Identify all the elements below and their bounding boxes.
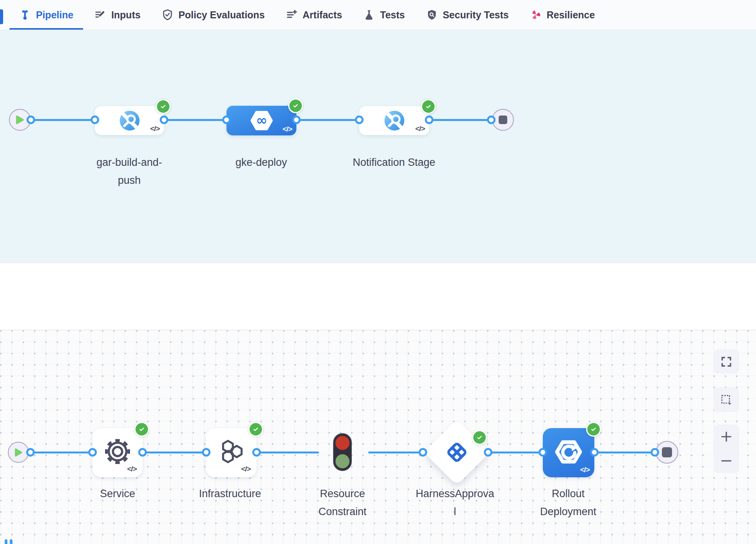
success-check-icon (288, 98, 303, 113)
tab-label: Security Tests (443, 9, 509, 21)
connector-dot (487, 116, 496, 124)
connector-dot (651, 448, 659, 457)
connector-line (368, 452, 423, 453)
code-badge: </> (415, 124, 425, 133)
success-check-icon (586, 422, 601, 437)
stop-icon (499, 116, 507, 124)
connector-dot (222, 116, 231, 124)
connector-line (488, 452, 543, 453)
tab-label: Policy Evaluations (178, 9, 265, 21)
code-badge: </> (150, 124, 160, 133)
connector-dot (590, 448, 599, 457)
code-badge: </> (580, 466, 590, 474)
connector-dot (202, 448, 210, 457)
step-node-resource-constraint[interactable] (333, 433, 352, 471)
connector-dot (355, 116, 364, 124)
tab-label: Pipeline (36, 9, 73, 21)
connector-line (143, 452, 206, 453)
step-label[interactable]: Rollout Deployment (525, 485, 611, 521)
gear-icon (103, 437, 132, 466)
traffic-red-light (335, 436, 349, 450)
pipeline-execution-page: Pipeline Inputs Policy Evaluations (0, 0, 756, 544)
connector-line (164, 119, 226, 121)
success-check-icon (248, 422, 263, 437)
success-check-icon (472, 430, 487, 445)
start-node (8, 442, 29, 463)
code-badge: </> (241, 465, 251, 473)
zoom-controls (713, 425, 739, 473)
play-icon (14, 448, 23, 457)
stage-node-notification-stage[interactable]: </> (359, 106, 429, 135)
zoom-in-icon[interactable] (720, 430, 733, 443)
deploy-stage-icon: ∞ (250, 108, 274, 133)
select-region-button[interactable] (713, 388, 739, 412)
tab-security-tests[interactable]: Security Tests (415, 0, 519, 30)
stage-detail-bar: gke-deploy Started at: 12/27/2023, 1:47:… (0, 263, 756, 330)
tab-bar: Pipeline Inputs Policy Evaluations (0, 0, 756, 30)
step-label[interactable]: Service (75, 485, 160, 503)
connector-dot (538, 448, 547, 457)
step-label[interactable]: Resource Constraint (300, 485, 385, 521)
connector-dot (425, 116, 433, 124)
step-label[interactable]: Infrastructure (187, 485, 273, 503)
code-badge: </> (127, 465, 137, 473)
custom-stage-icon (383, 110, 405, 132)
connector-dot (252, 448, 261, 457)
pipeline-icon (19, 9, 31, 21)
connector-line (257, 452, 319, 453)
connector-line (429, 119, 491, 121)
partial-node (5, 539, 7, 544)
execution-graph-canvas: </> </> (0, 330, 756, 544)
tab-label: Artifacts (303, 9, 342, 21)
tab-tests[interactable]: Tests (353, 0, 415, 30)
hexagons-icon (217, 437, 246, 466)
pinwheel-icon (530, 9, 542, 21)
tab-label: Inputs (111, 9, 141, 21)
flask-icon (363, 9, 375, 21)
rollout-icon (554, 437, 583, 467)
marquee-select-icon (720, 394, 733, 406)
code-badge: </> (283, 125, 292, 133)
list-plus-icon (286, 9, 298, 21)
approval-diamond-icon (443, 439, 471, 466)
success-check-icon (156, 99, 171, 114)
connector-line (31, 119, 95, 121)
connector-dot (27, 116, 35, 124)
stage-node-gar-build-and-push[interactable]: </> (95, 106, 164, 135)
stage-label[interactable]: gar-build-and-push (86, 153, 172, 189)
inputs-icon (94, 9, 106, 21)
step-node-infrastructure[interactable]: </> (206, 428, 257, 477)
stage-graph-canvas: </> ∞ </> </> (0, 30, 756, 263)
shield-search-icon (426, 9, 438, 21)
shield-check-icon (162, 9, 173, 21)
stage-label[interactable]: Notification Stage (351, 153, 437, 171)
fullscreen-button[interactable] (713, 349, 739, 374)
tab-resilience[interactable]: Resilience (519, 0, 606, 30)
connector-dot (419, 448, 427, 457)
stage-node-gke-deploy[interactable]: ∞ </> (226, 106, 296, 135)
tab-policy-evaluations[interactable]: Policy Evaluations (151, 0, 275, 30)
fullscreen-icon (720, 356, 733, 368)
step-node-service[interactable]: </> (93, 428, 143, 477)
connector-line (594, 452, 655, 453)
zoom-out-icon[interactable] (720, 454, 733, 468)
tab-label: Tests (380, 9, 405, 21)
success-check-icon (421, 99, 436, 114)
step-label[interactable]: HarnessApproval (415, 485, 495, 521)
connector-dot (484, 448, 492, 457)
tab-pipeline[interactable]: Pipeline (9, 0, 84, 30)
stage-label[interactable]: gke-deploy (218, 153, 304, 171)
tab-artifacts[interactable]: Artifacts (275, 0, 353, 30)
connector-dot (91, 116, 99, 124)
stop-icon (662, 447, 672, 457)
step-node-rollout-deployment[interactable]: </> (543, 428, 594, 477)
left-edge-accent (0, 9, 3, 24)
build-stage-icon (119, 110, 141, 132)
svg-text:∞: ∞ (256, 112, 267, 128)
connector-line (296, 119, 359, 121)
tab-inputs[interactable]: Inputs (84, 0, 151, 30)
partial-node (10, 539, 12, 544)
connector-dot (138, 448, 147, 457)
connector-dot (26, 448, 35, 457)
traffic-green-light (335, 454, 349, 468)
